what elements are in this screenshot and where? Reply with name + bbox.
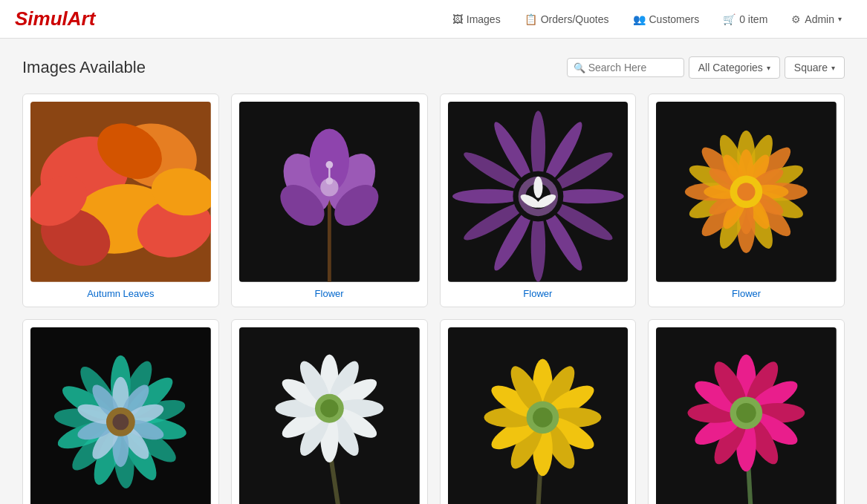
image-label[interactable]: Flower: [315, 288, 344, 299]
svg-point-112: [320, 399, 338, 417]
image-thumbnail: [239, 102, 420, 282]
nav-images[interactable]: 🖼 Images: [442, 9, 511, 30]
image-card[interactable]: Flower: [231, 94, 428, 307]
page-title: Images Available: [22, 58, 146, 77]
images-icon: 🖼: [452, 13, 463, 25]
navbar: SimulArt 🖼 Images 📋 Orders/Quotes 👥 Cust…: [0, 0, 867, 39]
nav-orders[interactable]: 📋 Orders/Quotes: [514, 9, 620, 30]
logo-plain: Simul: [15, 7, 68, 30]
nav-links: 🖼 Images 📋 Orders/Quotes 👥 Customers 🛒 0…: [442, 9, 852, 30]
admin-icon: ⚙: [791, 13, 801, 25]
category-dropdown[interactable]: All Categories ▾: [689, 56, 780, 79]
image-thumbnail: [30, 327, 211, 504]
svg-point-36: [533, 177, 542, 198]
nav-cart-label: 0 item: [739, 13, 767, 25]
customers-icon: 👥: [633, 13, 646, 25]
image-card[interactable]: Autumn Leaves: [22, 94, 219, 307]
image-card[interactable]: Flower: [440, 94, 637, 307]
cart-icon: 🛒: [723, 13, 736, 25]
logo-accent: Art: [68, 7, 96, 30]
svg-point-144: [736, 403, 756, 423]
svg-point-69: [737, 183, 755, 200]
nav-admin-label: Admin: [805, 13, 834, 25]
svg-point-128: [533, 408, 553, 428]
search-input[interactable]: [588, 62, 678, 73]
image-label[interactable]: Autumn Leaves: [87, 288, 154, 299]
image-card[interactable]: Flower: [648, 94, 845, 307]
category-label: All Categories: [698, 62, 763, 73]
shape-label: Square: [794, 62, 828, 73]
page-header: Images Available 🔍 All Categories ▾ Squa…: [22, 56, 845, 79]
nav-orders-label: Orders/Quotes: [541, 13, 609, 25]
svg-point-17: [325, 177, 333, 185]
image-grid: Autumn Leaves Flower: [22, 94, 845, 504]
image-label[interactable]: Flower: [732, 288, 761, 299]
toolbar: 🔍 All Categories ▾ Square ▾: [567, 56, 845, 79]
image-card[interactable]: Flower: [22, 319, 219, 504]
nav-images-label: Images: [467, 13, 501, 25]
orders-icon: 📋: [525, 13, 537, 25]
search-wrapper: 🔍: [567, 58, 684, 77]
svg-point-96: [112, 413, 129, 430]
svg-point-19: [325, 161, 333, 168]
search-icon: 🔍: [574, 62, 585, 73]
category-chevron-icon: ▾: [767, 64, 770, 72]
shape-dropdown[interactable]: Square ▾: [785, 56, 845, 79]
image-thumbnail: [656, 327, 837, 504]
admin-chevron-icon: ▾: [838, 15, 842, 23]
logo[interactable]: SimulArt: [15, 7, 95, 30]
image-label[interactable]: Flower: [523, 288, 552, 299]
nav-cart[interactable]: 🛒 0 item: [712, 9, 778, 30]
nav-customers[interactable]: 👥 Customers: [623, 9, 710, 30]
shape-chevron-icon: ▾: [831, 64, 835, 72]
image-thumbnail: [448, 102, 629, 282]
image-thumbnail: [448, 327, 629, 504]
image-thumbnail: [239, 327, 420, 504]
image-card[interactable]: Flower: [440, 319, 637, 504]
image-card[interactable]: Flower: [231, 319, 428, 504]
image-card[interactable]: Flower: [648, 319, 845, 504]
image-thumbnail: [30, 102, 211, 282]
image-thumbnail: [656, 102, 837, 282]
nav-customers-label: Customers: [649, 13, 700, 25]
main-content: Images Available 🔍 All Categories ▾ Squa…: [0, 39, 867, 504]
nav-admin[interactable]: ⚙ Admin ▾: [781, 9, 852, 30]
